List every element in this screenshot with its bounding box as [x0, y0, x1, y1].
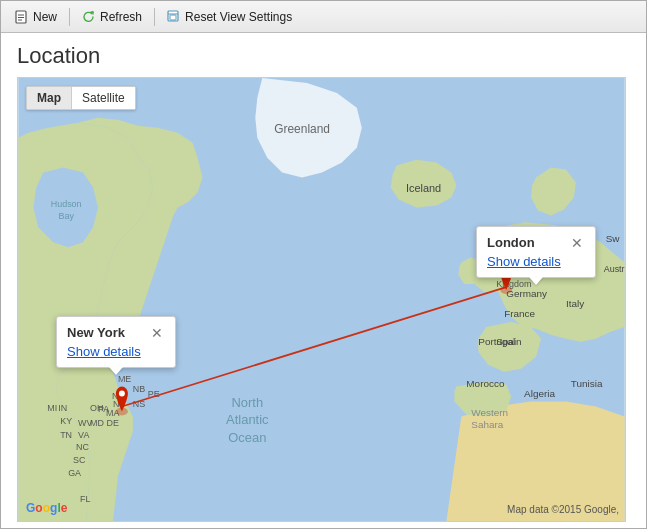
popup-newyork-link[interactable]: Show details [67, 344, 141, 359]
reset-view-button[interactable]: Reset View Settings [159, 7, 300, 27]
popup-london-header: London ✕ [487, 235, 585, 250]
logo-o1: o [35, 501, 42, 515]
svg-text:Greenland: Greenland [274, 122, 330, 136]
svg-text:Tunisia: Tunisia [571, 378, 603, 389]
svg-text:Portugal: Portugal [478, 336, 515, 347]
new-icon [15, 10, 29, 24]
app-window: New Refresh Reset View Settings Location [0, 0, 647, 529]
svg-text:VA: VA [78, 430, 89, 440]
svg-text:Sahara: Sahara [471, 419, 504, 430]
page-content: Location [1, 33, 646, 528]
reset-icon [167, 10, 181, 24]
svg-text:Ocean: Ocean [228, 430, 266, 445]
map-tabs: Map Satellite [26, 86, 136, 110]
refresh-icon [82, 10, 96, 24]
reset-label: Reset View Settings [185, 10, 292, 24]
map-container[interactable]: North Atlantic Ocean Iceland Greenland H… [17, 77, 626, 522]
svg-text:MD DE: MD DE [90, 418, 119, 428]
svg-text:Algeria: Algeria [524, 388, 555, 399]
map-background: North Atlantic Ocean Iceland Greenland H… [18, 78, 625, 521]
popup-london-link[interactable]: Show details [487, 254, 561, 269]
separator-2 [154, 8, 155, 26]
page-title: Location [17, 43, 630, 69]
refresh-label: Refresh [100, 10, 142, 24]
svg-text:TN: TN [60, 430, 72, 440]
popup-newyork-header: New York ✕ [67, 325, 165, 340]
svg-text:Western: Western [471, 407, 508, 418]
svg-text:GA: GA [68, 468, 81, 478]
svg-text:Italy: Italy [566, 298, 584, 309]
google-logo: Google [26, 501, 67, 515]
svg-text:IN: IN [58, 403, 67, 413]
new-label: New [33, 10, 57, 24]
svg-text:Germany: Germany [506, 288, 547, 299]
separator-1 [69, 8, 70, 26]
svg-text:NB: NB [133, 384, 145, 394]
svg-text:KY: KY [60, 416, 72, 426]
svg-text:NC: NC [76, 442, 89, 452]
new-button[interactable]: New [7, 7, 65, 27]
svg-text:FL: FL [80, 494, 90, 504]
svg-text:ME: ME [118, 374, 131, 384]
tab-satellite[interactable]: Satellite [72, 87, 135, 109]
popup-newyork: New York ✕ Show details [56, 316, 176, 368]
svg-text:Bay: Bay [58, 211, 74, 221]
popup-newyork-close[interactable]: ✕ [149, 326, 165, 340]
map-copyright: Map data ©2015 Google, [507, 504, 619, 515]
logo-g: G [26, 501, 35, 515]
toolbar: New Refresh Reset View Settings [1, 1, 646, 33]
popup-london-close[interactable]: ✕ [569, 236, 585, 250]
svg-text:MI: MI [47, 403, 57, 413]
popup-london: London ✕ Show details [476, 226, 596, 278]
logo-e: e [61, 501, 68, 515]
svg-text:Austria: Austria [604, 264, 625, 274]
tab-map[interactable]: Map [27, 87, 72, 109]
svg-text:Morocco: Morocco [466, 378, 505, 389]
svg-text:Hudson: Hudson [51, 199, 82, 209]
svg-text:North: North [232, 395, 264, 410]
svg-text:SC: SC [73, 455, 86, 465]
refresh-button[interactable]: Refresh [74, 7, 150, 27]
popup-newyork-title: New York [67, 325, 125, 340]
svg-text:Iceland: Iceland [406, 182, 441, 194]
logo-o2: o [43, 501, 50, 515]
svg-text:Atlantic: Atlantic [226, 412, 269, 427]
svg-text:Sw: Sw [606, 233, 621, 244]
svg-text:France: France [504, 308, 535, 319]
svg-point-53 [119, 391, 125, 397]
popup-london-title: London [487, 235, 535, 250]
